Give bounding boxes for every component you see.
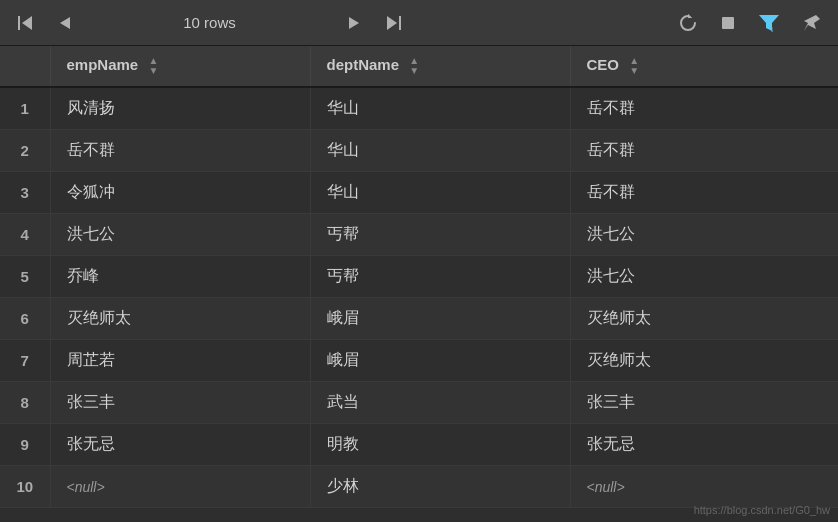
cell-ceo: 灭绝师太 [570, 340, 838, 382]
svg-marker-5 [387, 16, 397, 30]
cell-ceo: 洪七公 [570, 214, 838, 256]
cell-deptname: 少林 [310, 466, 570, 508]
cell-deptname: 华山 [310, 172, 570, 214]
cell-ceo: 张三丰 [570, 382, 838, 424]
svg-marker-2 [60, 17, 70, 29]
next-page-button[interactable] [343, 13, 367, 33]
row-index: 5 [0, 256, 50, 298]
cell-empname: 灭绝师太 [50, 298, 310, 340]
cell-empname: 乔峰 [50, 256, 310, 298]
table-row: 3令狐冲华山岳不群 [0, 172, 838, 214]
prev-page-button[interactable] [52, 13, 76, 33]
last-page-button[interactable] [381, 12, 407, 34]
refresh-button[interactable] [674, 11, 702, 35]
row-index: 10 [0, 466, 50, 508]
cell-ceo: <null> [570, 466, 838, 508]
cell-ceo: 张无忌 [570, 424, 838, 466]
first-page-button[interactable] [12, 12, 38, 34]
table-row: 4洪七公丐帮洪七公 [0, 214, 838, 256]
col-deptname-header[interactable]: deptName ▲▼ [310, 46, 570, 87]
sort-ceo-icon[interactable]: ▲▼ [629, 56, 639, 76]
cell-deptname: 明教 [310, 424, 570, 466]
cell-deptname: 丐帮 [310, 256, 570, 298]
svg-marker-3 [349, 17, 359, 29]
cell-empname: 洪七公 [50, 214, 310, 256]
cell-deptname: 丐帮 [310, 214, 570, 256]
row-index: 3 [0, 172, 50, 214]
table-wrapper: empName ▲▼ deptName ▲▼ CEO ▲▼ 1风清扬华山岳不群2… [0, 46, 838, 522]
toolbar: 10 rows [0, 0, 838, 46]
cell-ceo: 岳不群 [570, 87, 838, 130]
cell-empname: 张无忌 [50, 424, 310, 466]
svg-rect-7 [722, 17, 734, 29]
filter-button[interactable]: ↓ [754, 11, 784, 35]
table-row: 1风清扬华山岳不群 [0, 87, 838, 130]
cell-empname: 周芷若 [50, 340, 310, 382]
col-ceo-header[interactable]: CEO ▲▼ [570, 46, 838, 87]
cell-deptname: 华山 [310, 130, 570, 172]
table-row: 6灭绝师太峨眉灭绝师太 [0, 298, 838, 340]
row-index: 6 [0, 298, 50, 340]
cell-empname: 张三丰 [50, 382, 310, 424]
svg-text:↓: ↓ [770, 25, 774, 33]
cell-ceo: 灭绝师太 [570, 298, 838, 340]
cell-empname: 风清扬 [50, 87, 310, 130]
cell-ceo: 岳不群 [570, 172, 838, 214]
row-index: 1 [0, 87, 50, 130]
svg-rect-0 [18, 16, 20, 30]
cell-ceo: 洪七公 [570, 256, 838, 298]
row-index: 4 [0, 214, 50, 256]
table-body: 1风清扬华山岳不群2岳不群华山岳不群3令狐冲华山岳不群4洪七公丐帮洪七公5乔峰丐… [0, 87, 838, 508]
table-row: 5乔峰丐帮洪七公 [0, 256, 838, 298]
table-row: 2岳不群华山岳不群 [0, 130, 838, 172]
col-empname-header[interactable]: empName ▲▼ [50, 46, 310, 87]
table-row: 8张三丰武当张三丰 [0, 382, 838, 424]
table-row: 9张无忌明教张无忌 [0, 424, 838, 466]
table-row: 10<null>少林<null> [0, 466, 838, 508]
sort-deptname-icon[interactable]: ▲▼ [409, 56, 419, 76]
row-index: 2 [0, 130, 50, 172]
pin-button[interactable] [798, 11, 826, 35]
col-index-header [0, 46, 50, 87]
table-header-row: empName ▲▼ deptName ▲▼ CEO ▲▼ [0, 46, 838, 87]
cell-empname: 令狐冲 [50, 172, 310, 214]
svg-marker-6 [688, 14, 692, 18]
cell-ceo: 岳不群 [570, 130, 838, 172]
table-row: 7周芷若峨眉灭绝师太 [0, 340, 838, 382]
row-index: 8 [0, 382, 50, 424]
cell-deptname: 华山 [310, 87, 570, 130]
cell-empname: 岳不群 [50, 130, 310, 172]
rows-label: 10 rows [90, 14, 329, 31]
cell-deptname: 武当 [310, 382, 570, 424]
watermark: https://blog.csdn.net/G0_hw [694, 504, 830, 516]
app-container: 10 rows [0, 0, 838, 522]
data-table: empName ▲▼ deptName ▲▼ CEO ▲▼ 1风清扬华山岳不群2… [0, 46, 838, 508]
stop-button[interactable] [716, 13, 740, 33]
svg-marker-1 [22, 16, 32, 30]
cell-deptname: 峨眉 [310, 340, 570, 382]
svg-marker-8 [759, 15, 779, 31]
row-index: 7 [0, 340, 50, 382]
svg-rect-4 [399, 16, 401, 30]
sort-empname-icon[interactable]: ▲▼ [148, 56, 158, 76]
row-index: 9 [0, 424, 50, 466]
cell-deptname: 峨眉 [310, 298, 570, 340]
cell-empname: <null> [50, 466, 310, 508]
